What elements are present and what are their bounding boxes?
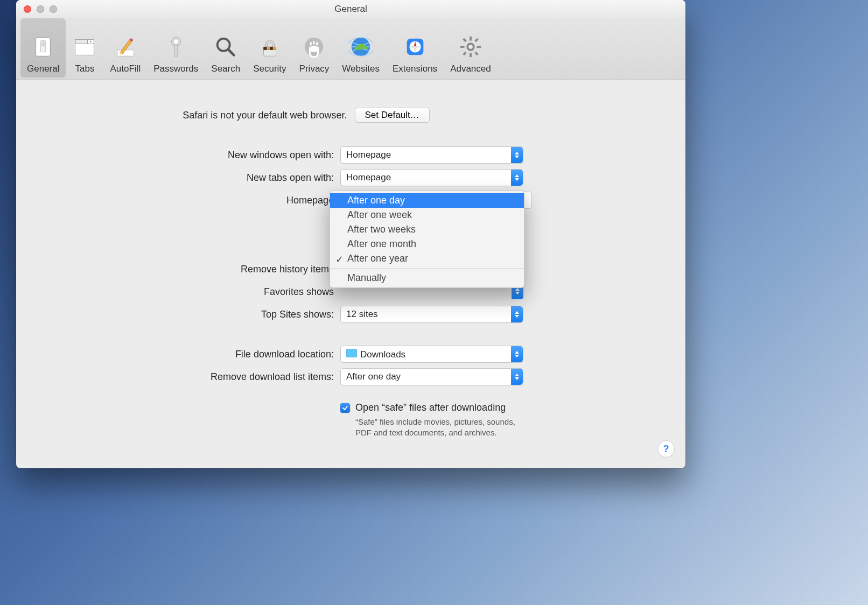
tab-security[interactable]: Security — [247, 18, 292, 78]
top-sites-popup[interactable]: 12 sites — [340, 306, 523, 323]
menu-item[interactable]: After one week — [330, 208, 524, 222]
minimize-window-button[interactable] — [37, 5, 44, 13]
tab-search[interactable]: Search — [205, 18, 247, 78]
svg-rect-4 — [75, 40, 88, 44]
svg-rect-3 — [75, 43, 94, 55]
security-icon — [257, 30, 282, 64]
tab-label: General — [27, 64, 59, 74]
svg-rect-19 — [263, 47, 267, 50]
zoom-window-button[interactable] — [50, 5, 57, 13]
passwords-icon — [164, 30, 188, 64]
popup-value: Homepage — [341, 172, 511, 183]
default-browser-message: Safari is not your default web browser. — [183, 110, 347, 121]
remove-downloads-popup[interactable]: After one day — [340, 368, 523, 385]
menu-item[interactable]: After one month — [330, 237, 524, 251]
new-windows-label: New windows open with: — [228, 150, 334, 160]
privacy-icon — [302, 30, 326, 64]
svg-rect-22 — [310, 46, 318, 52]
tabs-icon — [72, 30, 97, 64]
open-safe-label: Open “safe” files after downloading — [355, 402, 506, 413]
remove-history-menu[interactable]: After one day After one week After two w… — [330, 191, 524, 288]
svg-rect-8 — [117, 50, 134, 57]
open-safe-help: “Safe” files include movies, pictures, s… — [340, 417, 533, 438]
popup-value: 12 sites — [341, 309, 511, 320]
tab-privacy[interactable]: Privacy — [293, 18, 336, 78]
help-button[interactable]: ? — [657, 440, 675, 458]
advanced-icon — [458, 30, 483, 64]
svg-rect-28 — [470, 53, 472, 58]
svg-point-35 — [468, 45, 473, 49]
open-safe-checkbox[interactable] — [340, 403, 350, 413]
menu-separator — [330, 268, 524, 269]
extensions-icon — [403, 30, 428, 64]
popup-value: Homepage — [341, 150, 511, 160]
svg-rect-2 — [41, 41, 45, 46]
svg-rect-29 — [460, 46, 465, 48]
new-tabs-popup[interactable]: Homepage — [340, 169, 523, 186]
autofill-icon — [113, 30, 138, 64]
svg-rect-13 — [178, 53, 180, 55]
menu-item[interactable]: ✓After one year — [330, 251, 524, 266]
tab-tabs[interactable]: Tabs — [66, 18, 103, 78]
svg-rect-27 — [470, 37, 472, 41]
download-location-popup[interactable]: Downloads — [340, 346, 523, 363]
checkmark-icon: ✓ — [335, 254, 344, 265]
svg-rect-31 — [463, 38, 466, 42]
tab-general[interactable]: General — [20, 18, 66, 78]
general-icon — [31, 30, 55, 64]
close-window-button[interactable] — [24, 5, 31, 13]
popup-value: Downloads — [341, 349, 511, 360]
new-windows-popup[interactable]: Homepage — [340, 146, 523, 164]
tab-label: Websites — [342, 64, 380, 74]
chevron-updown-icon — [511, 170, 523, 186]
chevron-updown-icon — [511, 346, 523, 362]
window-controls — [24, 5, 57, 13]
tab-label: AutoFill — [110, 64, 141, 74]
svg-rect-12 — [178, 50, 181, 52]
remove-history-label: Remove history items — [241, 264, 334, 275]
tab-autofill[interactable]: AutoFill — [103, 18, 147, 78]
menu-item[interactable]: After one day — [330, 193, 524, 208]
svg-line-15 — [228, 50, 234, 55]
top-sites-label: Top Sites shows: — [261, 309, 334, 320]
favorites-shows-label: Favorites shows — [264, 286, 334, 297]
window-title: General — [16, 0, 685, 18]
svg-rect-32 — [474, 52, 478, 55]
svg-rect-33 — [474, 38, 478, 42]
tab-label: Passwords — [153, 64, 198, 74]
download-location-label: File download location: — [235, 349, 334, 360]
set-default-button[interactable]: Set Default… — [355, 108, 430, 123]
tab-label: Advanced — [450, 64, 491, 74]
menu-item[interactable]: Manually — [330, 271, 524, 285]
websites-icon — [348, 30, 373, 64]
svg-point-10 — [174, 40, 178, 44]
chevron-updown-icon — [511, 306, 523, 322]
tab-label: Privacy — [299, 64, 330, 74]
tab-label: Security — [253, 64, 286, 74]
tab-passwords[interactable]: Passwords — [147, 18, 205, 78]
popup-value: After one day — [341, 371, 511, 382]
remove-downloads-label: Remove download list items: — [211, 371, 334, 382]
tab-label: Search — [211, 64, 240, 74]
folder-icon — [346, 349, 357, 357]
chevron-updown-icon — [511, 369, 523, 385]
preferences-toolbar: General Tabs AutoFill Passwords — [16, 18, 685, 80]
svg-rect-11 — [174, 45, 178, 56]
svg-rect-20 — [270, 47, 273, 50]
chevron-updown-icon — [511, 147, 523, 163]
search-icon — [213, 30, 238, 64]
tab-websites[interactable]: Websites — [335, 18, 386, 78]
svg-rect-34 — [463, 52, 466, 55]
new-tabs-label: New tabs open with: — [247, 172, 334, 183]
preferences-window: General General Tabs AutoFill — [16, 0, 685, 468]
homepage-label: Homepage — [286, 195, 334, 206]
tab-advanced[interactable]: Advanced — [444, 18, 498, 78]
tab-label: Tabs — [75, 64, 95, 74]
menu-item[interactable]: After two weeks — [330, 222, 524, 237]
tab-extensions[interactable]: Extensions — [386, 18, 444, 78]
tab-label: Extensions — [393, 64, 437, 74]
titlebar: General — [16, 0, 685, 18]
svg-rect-30 — [477, 46, 481, 48]
